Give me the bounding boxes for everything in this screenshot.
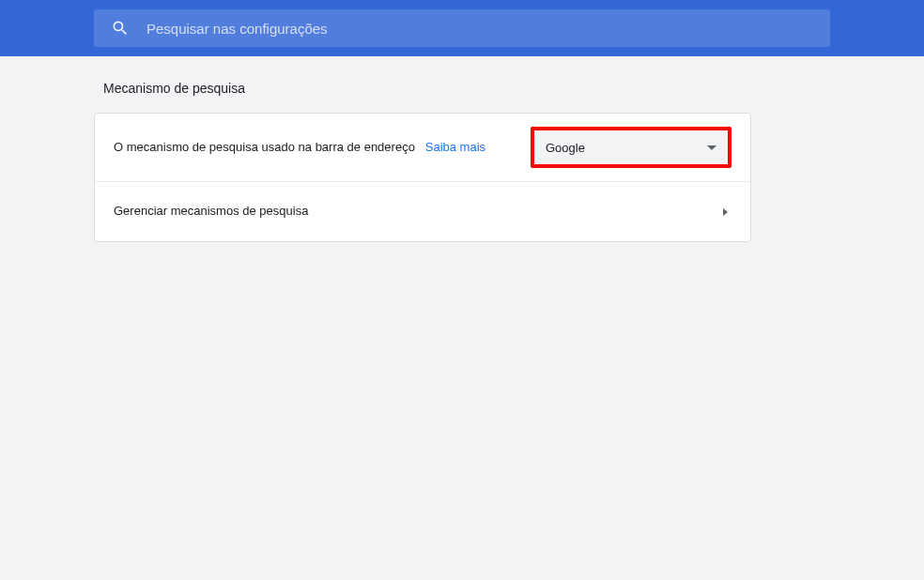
chevron-right-icon (723, 208, 728, 216)
search-input[interactable] (146, 21, 813, 37)
search-engine-card: O mecanismo de pesquisa usado na barra d… (94, 113, 751, 242)
highlight-box: Google (531, 127, 732, 168)
search-engine-select[interactable]: Google (534, 130, 728, 164)
search-container[interactable] (94, 9, 830, 47)
learn-more-link[interactable]: Saiba mais (425, 140, 485, 154)
manage-search-engines-label: Gerenciar mecanismos de pesquisa (114, 203, 308, 220)
manage-search-engines-row[interactable]: Gerenciar mecanismos de pesquisa (95, 181, 750, 241)
default-search-engine-row: O mecanismo de pesquisa usado na barra d… (95, 114, 750, 181)
default-search-engine-label: O mecanismo de pesquisa usado na barra d… (114, 139, 485, 156)
search-icon (111, 19, 130, 38)
settings-content: Mecanismo de pesquisa O mecanismo de pes… (0, 56, 845, 267)
row-label-text: O mecanismo de pesquisa usado na barra d… (114, 140, 415, 154)
settings-header (0, 0, 924, 56)
select-value: Google (546, 141, 585, 155)
chevron-down-icon (707, 145, 716, 150)
section-title: Mecanismo de pesquisa (94, 81, 751, 96)
